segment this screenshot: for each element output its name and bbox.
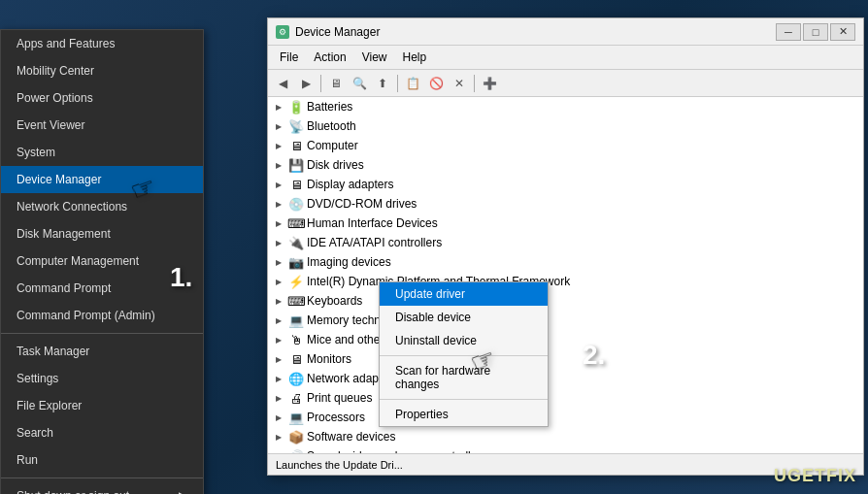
toolbar-update[interactable]: ⬆ (372, 73, 393, 94)
tree-software[interactable]: ▶ 📦 Software devices (268, 427, 863, 446)
tree-intel-dynamic[interactable]: ▶ ⚡ Intel(R) Dynamic Platform and Therma… (268, 272, 863, 291)
arrow-processors: ▶ (272, 411, 285, 424)
label-bluetooth: Bluetooth (307, 119, 356, 133)
label-disk: Disk drives (307, 158, 364, 172)
menu-item-settings[interactable]: Settings (1, 365, 203, 392)
menu-item-file-explorer[interactable]: File Explorer (1, 392, 203, 419)
toolbar-forward[interactable]: ▶ (295, 73, 317, 94)
arrow-print: ▶ (272, 391, 285, 405)
title-bar-controls: ─ □ ✕ (776, 23, 855, 41)
menu-item-mobility[interactable]: Mobility Center (1, 57, 203, 84)
arrow-display: ▶ (272, 178, 285, 191)
context-scan-hardware[interactable]: Scan for hardware changes (380, 359, 548, 396)
menu-item-power[interactable]: Power Options (1, 84, 203, 112)
menu-item-device-manager[interactable]: Device Manager (1, 166, 203, 193)
toolbar-uninstall[interactable]: ✕ (449, 73, 470, 94)
context-update-driver[interactable]: Update driver (380, 282, 548, 306)
tree-memory[interactable]: ▶ 💻 Memory technology devices (268, 311, 863, 330)
menu-item-computer-mgmt[interactable]: Computer Management (1, 247, 203, 275)
menu-item-cmd[interactable]: Command Prompt (1, 275, 203, 302)
menu-action[interactable]: Action (306, 48, 353, 67)
context-uninstall-device[interactable]: Uninstall device (380, 329, 548, 352)
tree-print[interactable]: ▶ 🖨 Print queues (268, 388, 863, 408)
menu-item-apps[interactable]: Apps and Features (1, 30, 203, 57)
device-manager-icon: ⚙ (276, 25, 289, 39)
arrow-network: ▶ (272, 372, 285, 385)
toolbar: ◀ ▶ 🖥 🔍 ⬆ 📋 🚫 ✕ ➕ (268, 70, 863, 97)
context-properties[interactable]: Properties (380, 403, 548, 426)
arrow-bluetooth: ▶ (272, 119, 285, 133)
label-keyboards: Keyboards (307, 294, 362, 308)
tree-display[interactable]: ▶ 🖥 Display adapters (268, 175, 863, 194)
icon-software: 📦 (288, 429, 304, 445)
icon-memory: 💻 (288, 313, 304, 328)
toolbar-sep-3 (474, 75, 475, 92)
label-hid: Human Interface Devices (307, 216, 438, 230)
arrow-dvd: ▶ (272, 197, 285, 211)
arrow-ide: ▶ (272, 236, 285, 249)
label-software: Software devices (307, 430, 395, 444)
arrow-software: ▶ (272, 430, 285, 444)
icon-keyboards: ⌨ (288, 293, 304, 309)
arrow-imaging: ▶ (272, 255, 285, 269)
menu-file[interactable]: File (272, 48, 306, 67)
tree-sound[interactable]: ▼ 🔊 Sound, video and game controllers (268, 446, 863, 453)
menu-item-disk[interactable]: Disk Management (1, 220, 203, 247)
menu-item-shutdown[interactable]: Shut down or sign out ▶ (1, 482, 203, 494)
icon-processors: 💻 (288, 410, 304, 425)
menu-bar: File Action View Help (268, 46, 863, 70)
menu-item-network[interactable]: Network Connections (1, 193, 203, 220)
tree-bluetooth[interactable]: ▶ 📡 Bluetooth (268, 116, 863, 136)
arrow-disk: ▶ (272, 158, 285, 172)
toolbar-back[interactable]: ◀ (272, 73, 293, 94)
toolbar-refresh[interactable]: 🖥 (325, 73, 347, 94)
menu-help[interactable]: Help (395, 48, 435, 67)
icon-ide: 🔌 (288, 235, 304, 250)
toolbar-sep-1 (320, 75, 321, 92)
tree-keyboards[interactable]: ▶ ⌨ Keyboards (268, 291, 863, 311)
label-batteries: Batteries (307, 100, 352, 114)
tree-scroll-area[interactable]: ▶ 🔋 Batteries ▶ 📡 Bluetooth ▶ 🖥 Computer… (268, 97, 863, 453)
window-title: Device Manager (295, 25, 380, 39)
close-button[interactable]: ✕ (830, 23, 855, 41)
start-menu: Apps and Features Mobility Center Power … (0, 29, 204, 494)
maximize-button[interactable]: □ (803, 23, 828, 41)
toolbar-add[interactable]: ➕ (479, 73, 500, 94)
icon-mice: 🖱 (288, 332, 304, 347)
tree-imaging[interactable]: ▶ 📷 Imaging devices (268, 252, 863, 272)
tree-computer[interactable]: ▶ 🖥 Computer (268, 136, 863, 155)
tree-hid[interactable]: ▶ ⌨ Human Interface Devices (268, 214, 863, 233)
minimize-button[interactable]: ─ (776, 23, 801, 41)
tree-disk-drives[interactable]: ▶ 💾 Disk drives (268, 155, 863, 175)
label-imaging: Imaging devices (307, 255, 391, 269)
menu-item-cmd-admin[interactable]: Command Prompt (Admin) (1, 302, 203, 329)
toolbar-scan[interactable]: 🔍 (349, 73, 370, 94)
menu-item-search[interactable]: Search (1, 419, 203, 446)
arrow-batteries: ▶ (272, 100, 285, 114)
icon-display: 🖥 (288, 177, 304, 192)
watermark: UGETFIX (774, 466, 856, 486)
menu-item-system[interactable]: System (1, 139, 203, 166)
menu-divider-2 (1, 478, 203, 478)
tree-processors[interactable]: ▶ 💻 Processors (268, 408, 863, 427)
status-text: Launches the Update Dri... (276, 459, 403, 471)
menu-item-event[interactable]: Event Viewer (1, 112, 203, 139)
context-disable-device[interactable]: Disable device (380, 306, 548, 329)
toolbar-disable[interactable]: 🚫 (425, 73, 447, 94)
tree-batteries[interactable]: ▶ 🔋 Batteries (268, 97, 863, 116)
icon-imaging: 📷 (288, 254, 304, 270)
arrow-computer: ▶ (272, 139, 285, 152)
menu-item-run[interactable]: Run (1, 446, 203, 474)
tree-dvd[interactable]: ▶ 💿 DVD/CD-ROM drives (268, 194, 863, 214)
tree-mice[interactable]: ▶ 🖱 Mice and other pointing devices (268, 330, 863, 349)
tree-ide[interactable]: ▶ 🔌 IDE ATA/ATAPI controllers (268, 233, 863, 252)
toolbar-sep-2 (397, 75, 398, 92)
arrow-memory: ▶ (272, 313, 285, 327)
tree-network[interactable]: ▶ 🌐 Network adapters (268, 369, 863, 388)
toolbar-props[interactable]: 📋 (402, 73, 423, 94)
label-monitors: Monitors (307, 352, 351, 366)
tree-monitors[interactable]: ▶ 🖥 Monitors (268, 349, 863, 369)
icon-intel-dynamic: ⚡ (288, 274, 304, 289)
menu-item-task-manager[interactable]: Task Manager (1, 338, 203, 365)
menu-view[interactable]: View (354, 48, 395, 67)
